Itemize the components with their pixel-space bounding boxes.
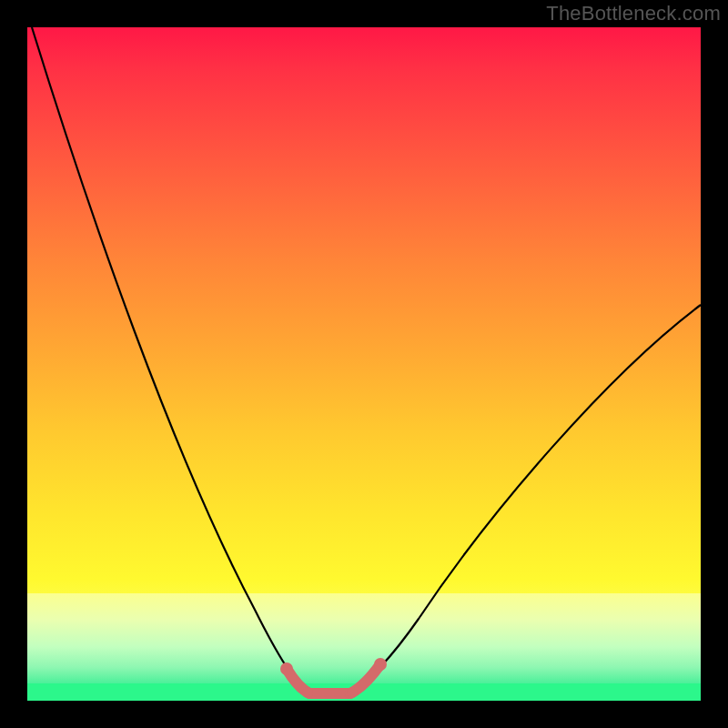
highlight-dot-left-inner	[302, 687, 313, 698]
plot-area	[27, 27, 701, 701]
highlight-dot-right-inner	[347, 687, 358, 698]
watermark-text: TheBottleneck.com	[546, 2, 721, 25]
chart-container: TheBottleneck.com	[0, 0, 728, 728]
curve-svg	[27, 27, 701, 701]
highlight-dot-left	[280, 662, 293, 675]
highlight-dot-right	[374, 658, 387, 671]
bottleneck-curve	[32, 27, 701, 692]
